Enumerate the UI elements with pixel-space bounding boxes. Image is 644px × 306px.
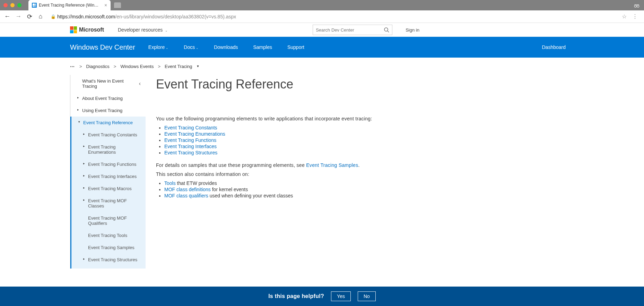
list-item: MOF class definitions for kernel events [164,187,454,192]
url-scheme: https [57,14,68,19]
back-button[interactable]: ← [3,13,11,20]
search-box[interactable] [313,25,392,35]
svg-rect-2 [34,3,36,5]
window-zoom-button[interactable] [17,3,21,7]
triangle-right-icon: ▸ [83,162,85,165]
site-title[interactable]: Windows Dev Center [70,43,135,51]
microsoft-brand-text: Microsoft [79,27,104,33]
home-button[interactable]: ⌂ [37,13,44,20]
link-constants[interactable]: Event Tracing Constants [164,125,217,130]
url-path: /en-us/library/windows/desktop/aa363802(… [115,14,236,19]
breadcrumb-more-icon[interactable]: ⋯ [70,64,75,69]
link-tools[interactable]: Tools [164,180,176,186]
sidebar-item-macros[interactable]: ▸Event Tracing Macros [71,182,146,195]
microsoft-logo[interactable]: Microsoft [70,26,104,33]
microsoft-logo-icon [70,26,77,33]
list-item: Event Tracing Structures [164,150,454,155]
chevron-down-icon: ⌄ [166,46,168,50]
sidebar-item-functions[interactable]: ▸Event Tracing Functions [71,158,146,170]
link-mof-definitions[interactable]: MOF class definitions [164,187,211,192]
sidebar-item-reference[interactable]: ▾Event Tracing Reference [71,117,146,129]
nav-downloads[interactable]: Downloads [214,44,238,50]
sidebar-item-interfaces[interactable]: ▸Event Tracing Interfaces [71,170,146,182]
chevron-down-icon: ⌄ [165,29,168,32]
traffic-lights [3,3,21,7]
sidebar-item-mof-classes[interactable]: ▸Event Tracing MOF Classes [71,195,146,212]
window-minimize-button[interactable] [10,3,15,7]
feedback-yes-button[interactable]: Yes [331,291,351,301]
nav-explore[interactable]: Explore⌄ [148,44,168,50]
tab-close-icon[interactable]: × [104,2,107,8]
nav-docs[interactable]: Docs⌄ [184,44,199,50]
browser-menu-icon[interactable]: ⋮ [632,13,638,20]
search-input[interactable] [316,27,384,33]
lock-icon: 🔒 [51,14,56,19]
list-item: Event Tracing Interfaces [164,144,454,149]
svg-rect-4 [34,5,36,7]
feedback-bar: Is this page helpful? Yes No [0,287,644,306]
chevron-down-icon[interactable]: ▼ [197,65,200,68]
svg-rect-1 [33,3,34,5]
tab-title: Event Tracing Reference (Win… [39,3,98,8]
breadcrumb: ⋯ > Diagnostics > Windows Events > Event… [0,58,644,75]
browser-tab[interactable]: Event Tracing Reference (Win… × [28,0,111,10]
samples-paragraph: For details on samples that use these pr… [156,162,454,168]
sidebar-item-mof-qualifiers[interactable]: Event Tracing MOF Qualifiers [71,212,146,229]
link-structures[interactable]: Event Tracing Structures [164,150,217,155]
bookmark-icon[interactable]: ☆ [622,13,627,20]
forward-button[interactable]: → [15,13,22,20]
svg-point-5 [634,5,636,7]
nav-support[interactable]: Support [287,44,304,50]
breadcrumb-separator: > [158,64,160,69]
ms-header: Microsoft Developer resources ⌄ Sign in [0,23,644,37]
nav-samples[interactable]: Samples [253,44,272,50]
reload-button[interactable]: ⟳ [26,13,33,20]
link-interfaces[interactable]: Event Tracing Interfaces [164,144,217,149]
sidebar-item-structures[interactable]: ▸Event Tracing Structures [71,254,146,266]
sidebar-active-group: ▾Event Tracing Reference ▸Event Tracing … [70,117,146,269]
sidebar-item-tools[interactable]: Event Tracing Tools [71,229,146,241]
new-tab-button[interactable] [114,2,121,8]
sidebar-item-whats-new[interactable]: What's New in Event Tracing ‹ [70,75,146,92]
reference-link-list: Event Tracing Constants Event Tracing En… [164,125,454,155]
search-icon[interactable] [384,27,389,33]
intro-paragraph: You use the following programming elemen… [156,116,454,121]
breadcrumb-item[interactable]: Diagnostics [86,64,110,69]
feedback-no-button[interactable]: No [358,291,376,301]
breadcrumb-item[interactable]: Event Tracing [165,64,192,69]
address-bar[interactable]: 🔒 https://msdn.microsoft.com/en-us/libra… [48,14,619,19]
developer-resources-dropdown[interactable]: Developer resources ⌄ [118,27,168,33]
breadcrumb-item[interactable]: Windows Events [120,64,154,69]
triangle-right-icon: ▸ [83,257,85,261]
triangle-right-icon: ▸ [83,186,85,189]
link-functions[interactable]: Event Tracing Functions [164,137,216,143]
triangle-right-icon: ▸ [83,198,85,202]
collapse-sidebar-icon[interactable]: ‹ [139,80,142,87]
sidebar-item-enumerations[interactable]: ▸Event Tracing Enumerations [71,141,146,158]
link-samples[interactable]: Event Tracing Samples [306,162,358,168]
triangle-right-icon: ▸ [83,174,85,177]
window-close-button[interactable] [3,3,8,7]
list-item: Event Tracing Enumerations [164,131,454,137]
primary-nav: Windows Dev Center Explore⌄ Docs⌄ Downlo… [0,37,644,58]
link-mof-qualifiers[interactable]: MOF class qualifiers [164,193,208,198]
nav-dashboard[interactable]: Dashboard [542,44,566,50]
list-item: MOF class qualifiers used when defining … [164,193,454,198]
triangle-right-icon: ▸ [77,96,79,99]
link-enumerations[interactable]: Event Tracing Enumerations [164,131,225,137]
list-item: Tools that ETW provides [164,180,454,186]
sidebar-item-using[interactable]: ▸Using Event Tracing [70,104,146,117]
tab-favicon-icon [32,3,37,8]
triangle-down-icon: ▾ [78,120,80,124]
triangle-right-icon: ▸ [83,144,85,148]
url-domain: ://msdn.microsoft.com [68,14,115,19]
signin-link[interactable]: Sign in [399,27,499,33]
section-info-paragraph: This section also contains information o… [156,171,454,177]
list-item: Event Tracing Functions [164,137,454,143]
list-item: Event Tracing Constants [164,125,454,130]
chevron-down-icon: ⌄ [196,46,199,50]
browser-toolbar: ← → ⟳ ⌂ 🔒 https://msdn.microsoft.com/en-… [0,10,644,23]
sidebar-item-constants[interactable]: ▸Event Tracing Constants [71,129,146,141]
sidebar-item-about[interactable]: ▸About Event Tracing [70,92,146,104]
sidebar-item-samples[interactable]: Event Tracing Samples [71,241,146,254]
